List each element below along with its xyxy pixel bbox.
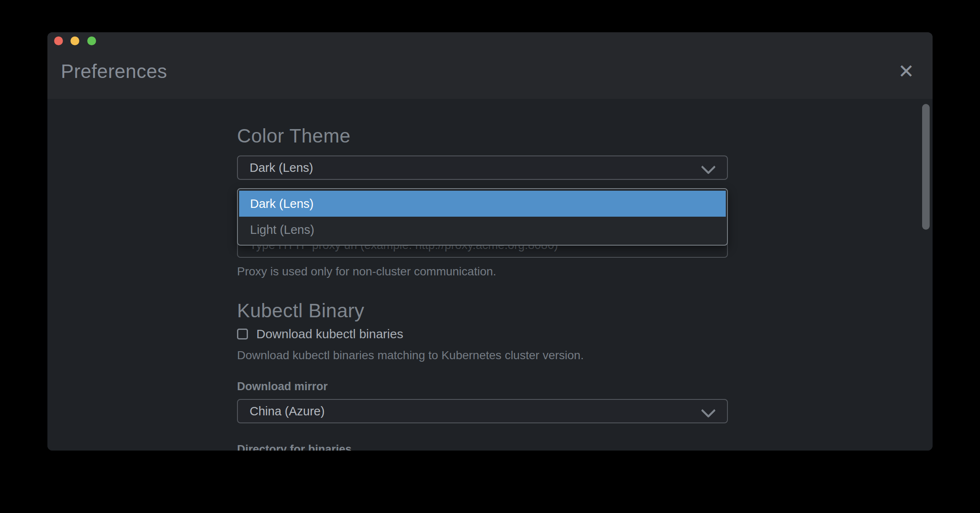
window-minimize-traffic-light[interactable] bbox=[70, 36, 79, 45]
screen: Preferences ✕ Color Theme Dark (Lens) Da… bbox=[0, 0, 980, 513]
kubectl-binary-heading: Kubectl Binary bbox=[237, 299, 365, 322]
window-close-traffic-light[interactable] bbox=[54, 36, 63, 45]
window-zoom-traffic-light[interactable] bbox=[87, 36, 96, 45]
directory-for-binaries-label: Directory for binaries bbox=[237, 443, 352, 451]
download-kubectl-checkbox[interactable] bbox=[237, 329, 248, 339]
dropdown-option-dark[interactable]: Dark (Lens) bbox=[239, 191, 726, 217]
proxy-hint: Proxy is used only for non-cluster commu… bbox=[237, 265, 496, 278]
color-theme-select-value: Dark (Lens) bbox=[250, 156, 313, 179]
kubectl-hint: Download kubectl binaries matching to Ku… bbox=[237, 349, 584, 362]
download-kubectl-checkbox-row[interactable]: Download kubectl binaries bbox=[237, 327, 403, 341]
dropdown-option-light[interactable]: Light (Lens) bbox=[239, 217, 726, 243]
titlebar: Preferences ✕ bbox=[47, 32, 933, 99]
close-icon[interactable]: ✕ bbox=[896, 60, 916, 82]
download-mirror-select[interactable]: China (Azure) bbox=[237, 399, 728, 423]
color-theme-select[interactable]: Dark (Lens) bbox=[237, 155, 728, 180]
download-mirror-select-value: China (Azure) bbox=[250, 400, 325, 422]
color-theme-heading: Color Theme bbox=[237, 124, 351, 147]
chevron-down-icon bbox=[701, 160, 716, 174]
preferences-content: Color Theme Dark (Lens) Dark (Lens) Ligh… bbox=[47, 99, 933, 451]
download-kubectl-checkbox-label[interactable]: Download kubectl binaries bbox=[256, 327, 403, 341]
download-mirror-label: Download mirror bbox=[237, 380, 328, 393]
chevron-down-icon bbox=[701, 403, 716, 418]
preferences-window: Preferences ✕ Color Theme Dark (Lens) Da… bbox=[47, 32, 933, 451]
vertical-scrollbar-thumb[interactable] bbox=[922, 104, 930, 230]
page-title: Preferences bbox=[61, 60, 167, 83]
color-theme-dropdown-menu: Dark (Lens) Light (Lens) bbox=[237, 188, 728, 246]
